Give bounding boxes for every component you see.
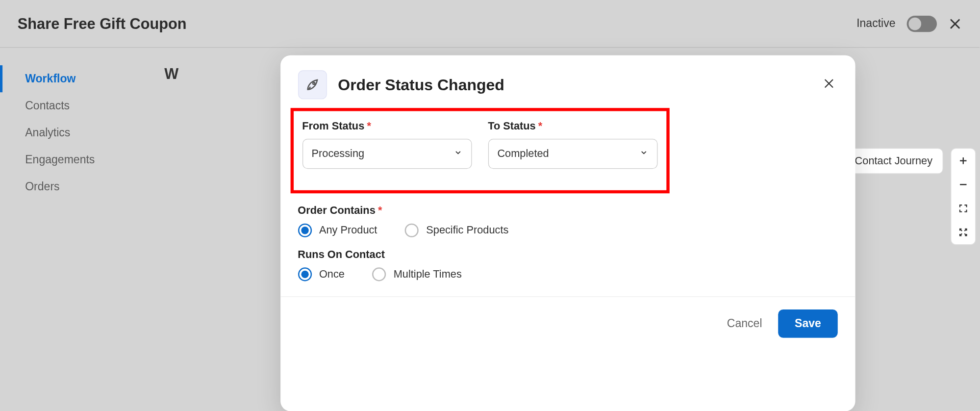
svg-point-5 <box>312 82 314 84</box>
sidebar-item-workflow[interactable]: Workflow <box>0 65 155 92</box>
page-title: Share Free Gift Coupon <box>18 15 187 32</box>
runs-on-contact-options: Once Multiple Times <box>298 267 837 281</box>
order-contains-options: Any Product Specific Products <box>298 224 837 237</box>
order-contains-section: Order Contains* Any Product Specific Pro… <box>298 205 837 237</box>
order-status-modal: Order Status Changed From Status* <box>280 55 855 411</box>
radio-icon <box>405 224 419 237</box>
chevron-down-icon <box>453 148 462 160</box>
workflow-canvas: W View Contact Journey <box>155 48 980 411</box>
radio-label: Specific Products <box>426 224 508 237</box>
required-asterisk: * <box>367 120 371 131</box>
to-status-value: Completed <box>497 148 549 160</box>
status-fields-highlight: From Status* Processing <box>290 108 669 193</box>
zoom-out-button[interactable] <box>951 173 975 197</box>
modal-footer: Cancel Save <box>280 296 855 353</box>
page-header: Share Free Gift Coupon Inactive <box>0 0 980 48</box>
to-status-label-text: To Status <box>488 120 536 131</box>
modal-title: Order Status Changed <box>338 76 808 94</box>
radio-icon <box>298 267 311 281</box>
sidebar-item-engagements[interactable]: Engagements <box>0 146 155 173</box>
required-asterisk: * <box>538 120 542 131</box>
modal-overlay: Order Status Changed From Status* <box>155 48 980 411</box>
radio-icon <box>298 224 311 237</box>
radio-label: Multiple Times <box>394 268 462 281</box>
sidebar-item-orders[interactable]: Orders <box>0 173 155 200</box>
sidebar-item-contacts[interactable]: Contacts <box>0 92 155 119</box>
status-label: Inactive <box>856 17 895 30</box>
radio-icon <box>372 267 386 281</box>
modal-header: Order Status Changed <box>280 55 855 105</box>
fullscreen-button[interactable] <box>951 220 975 244</box>
header-controls: Inactive <box>856 15 962 31</box>
zoom-controls <box>951 148 976 245</box>
radio-once[interactable]: Once <box>298 267 345 281</box>
fit-screen-button[interactable] <box>951 197 975 221</box>
required-asterisk: * <box>378 205 382 216</box>
from-status-label: From Status* <box>302 120 472 132</box>
radio-label: Once <box>319 268 345 281</box>
order-contains-label: Order Contains* <box>298 205 837 217</box>
save-button[interactable]: Save <box>779 309 837 338</box>
modal-close-icon[interactable] <box>820 75 837 95</box>
from-status-select[interactable]: Processing <box>302 139 472 169</box>
sidebar-item-analytics[interactable]: Analytics <box>0 119 155 146</box>
runs-on-contact-label: Runs On Contact <box>298 249 837 261</box>
to-status-field: To Status* Completed <box>488 120 657 169</box>
from-status-label-text: From Status <box>302 120 364 131</box>
runs-on-contact-section: Runs On Contact Once Multiple Times <box>298 249 837 282</box>
sidebar: Workflow Contacts Analytics Engagements … <box>0 48 155 411</box>
radio-label: Any Product <box>319 224 377 237</box>
from-status-field: From Status* Processing <box>302 120 472 169</box>
active-toggle[interactable] <box>907 15 937 31</box>
to-status-select[interactable]: Completed <box>488 139 657 169</box>
modal-body: From Status* Processing <box>280 105 855 296</box>
radio-specific-products[interactable]: Specific Products <box>405 224 509 237</box>
page-body: Workflow Contacts Analytics Engagements … <box>0 48 980 411</box>
cancel-button[interactable]: Cancel <box>727 317 762 330</box>
order-contains-label-text: Order Contains <box>298 205 375 216</box>
radio-any-product[interactable]: Any Product <box>298 224 377 237</box>
radio-multiple-times[interactable]: Multiple Times <box>372 267 462 281</box>
chevron-down-icon <box>639 148 648 160</box>
rocket-icon <box>298 70 327 99</box>
to-status-label: To Status* <box>488 120 657 132</box>
close-icon[interactable] <box>948 17 962 30</box>
canvas-heading-partial: W <box>164 65 178 83</box>
zoom-in-button[interactable] <box>951 149 975 173</box>
from-status-value: Processing <box>312 148 365 160</box>
